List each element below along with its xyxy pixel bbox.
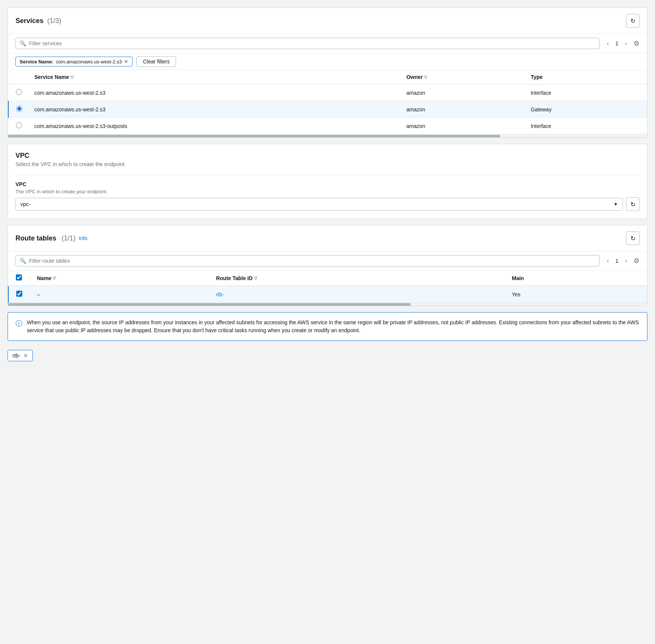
search-icon: 🔍 <box>20 40 26 46</box>
service-name-filter-icon[interactable]: ▽ <box>71 75 74 79</box>
vpc-panel: VPC Select the VPC in which to create th… <box>8 144 647 219</box>
route-tables-search-row: 🔍 ‹ 1 › ⚙ <box>8 251 647 271</box>
services-row2-type: Gateway <box>523 101 647 118</box>
vpc-select-wrap: vpc- ▼ ↻ <box>15 197 640 211</box>
service-name-filter-tag: Service Name: com.amazonaws.us-west-2.s3… <box>15 57 133 66</box>
services-row3-radio-cell[interactable] <box>8 118 27 134</box>
route-tables-panel: Route tables (1/1) Info ↻ 🔍 ‹ 1 › ⚙ <box>8 225 647 306</box>
main-col-label: Main <box>512 275 524 281</box>
route-tables-title-area: Route tables (1/1) Info <box>15 234 87 242</box>
route-tables-table: Name ▽ Route Table ID ▽ Main <box>8 271 647 303</box>
owner-filter-icon[interactable]: ▽ <box>424 75 427 79</box>
services-row2-owner: amazon <box>399 101 523 118</box>
chevron-down-icon: ▼ <box>613 202 618 207</box>
route-tables-scrollbar-row <box>8 303 647 306</box>
route-tables-prev-page-button[interactable]: ‹ <box>602 256 613 266</box>
services-col-service-name: Service Name ▽ <box>27 70 399 84</box>
services-table: Service Name ▽ Owner ▽ Type <box>8 70 647 134</box>
services-row1-type: Interface <box>523 84 647 101</box>
services-row3-type: Interface <box>523 118 647 134</box>
services-table-header-row: Service Name ▽ Owner ▽ Type <box>8 70 647 84</box>
refresh-icon: ↻ <box>630 17 635 25</box>
name-col-label: Name <box>37 275 51 281</box>
services-scrollbar-thumb[interactable] <box>8 135 500 137</box>
type-col-label: Type <box>531 74 543 80</box>
info-box-text: When you use an endpoint, the source IP … <box>27 319 640 334</box>
vpc-refresh-button[interactable]: ↻ <box>626 197 640 211</box>
chevron-right-icon: › <box>625 40 627 47</box>
services-panel-header: Services (1/3) ↻ <box>8 8 647 34</box>
route-tables-info-link[interactable]: Info <box>79 235 87 241</box>
route-tables-row1-checkbox-cell[interactable] <box>8 286 29 303</box>
services-prev-page-button[interactable]: ‹ <box>602 38 613 49</box>
route-tables-title: Route tables <box>15 234 56 242</box>
info-box: ⓘ When you use an endpoint, the source I… <box>8 312 647 341</box>
services-row2-radio[interactable] <box>16 106 22 112</box>
route-tables-page-number: 1 <box>615 258 618 264</box>
services-scrollbar-row <box>8 134 647 137</box>
filter-tag-close-button[interactable]: ✕ <box>124 59 128 65</box>
services-col-radio <box>8 70 27 84</box>
table-row[interactable]: – rtb- Yes <box>8 286 647 303</box>
filter-tag-label: Service Name: <box>20 59 54 65</box>
services-refresh-button[interactable]: ↻ <box>626 14 640 28</box>
services-row2-radio-cell[interactable] <box>8 101 27 118</box>
route-table-id-filter-icon[interactable]: ▽ <box>254 276 257 280</box>
services-row3-owner: amazon <box>399 118 523 134</box>
services-panel: Services (1/3) ↻ 🔍 ‹ 1 › ⚙ Service Name:… <box>8 8 647 138</box>
route-tables-row1-id: rtb- <box>209 286 504 303</box>
bottom-tag-value: rtb- <box>12 353 20 359</box>
table-row[interactable]: com.amazonaws.us-west-2.s3-outposts amaz… <box>8 118 647 134</box>
route-tables-row1-checkbox[interactable] <box>16 291 22 297</box>
route-tables-pagination: ‹ 1 › ⚙ <box>602 256 640 266</box>
route-tables-search-input[interactable] <box>29 258 595 264</box>
services-search-input-wrap[interactable]: 🔍 <box>15 38 599 49</box>
route-tables-col-main: Main <box>504 271 647 286</box>
services-row1-radio-cell[interactable] <box>8 84 27 101</box>
owner-col-header: Owner ▽ <box>406 74 428 80</box>
vpc-field-desc: The VPC in which to create your endpoint… <box>15 189 640 194</box>
owner-col-label: Owner <box>406 74 423 80</box>
services-search-row: 🔍 ‹ 1 › ⚙ <box>8 34 647 53</box>
route-tables-col-route-table-id: Route Table ID ▽ <box>209 271 504 286</box>
services-settings-icon[interactable]: ⚙ <box>633 39 640 48</box>
route-tables-header-checkbox[interactable] <box>16 274 22 280</box>
services-row1-owner: amazon <box>399 84 523 101</box>
route-tables-refresh-button[interactable]: ↻ <box>626 231 640 245</box>
vpc-select[interactable]: vpc- ▼ <box>15 198 623 211</box>
services-search-input[interactable] <box>29 40 595 46</box>
route-tables-col-name: Name ▽ <box>29 271 209 286</box>
vpc-section: VPC Select the VPC in which to create th… <box>8 144 647 219</box>
route-tables-tbody: – rtb- Yes <box>8 286 647 303</box>
route-tables-next-page-button[interactable]: › <box>621 256 631 266</box>
table-row[interactable]: com.amazonaws.us-west-2.s3 amazon Gatewa… <box>8 101 647 118</box>
route-table-id-link[interactable]: rtb- <box>216 291 224 297</box>
route-tables-settings-icon[interactable]: ⚙ <box>633 257 640 265</box>
services-row1-service-name: com.amazonaws.us-west-2.s3 <box>27 84 399 101</box>
services-filter-row: Service Name: com.amazonaws.us-west-2.s3… <box>8 53 647 70</box>
route-tables-search-input-wrap[interactable]: 🔍 <box>15 255 599 267</box>
table-row[interactable]: com.amazonaws.us-west-2.s3 amazon Interf… <box>8 84 647 101</box>
route-tables-row1-main: Yes <box>504 286 647 303</box>
route-tables-scrollbar-thumb[interactable] <box>8 303 411 306</box>
services-next-page-button[interactable]: › <box>621 38 631 49</box>
name-col-header: Name ▽ <box>37 275 56 281</box>
services-pagination: ‹ 1 › ⚙ <box>602 38 640 49</box>
route-table-id-col-header: Route Table ID ▽ <box>216 275 257 281</box>
name-filter-icon[interactable]: ▽ <box>53 276 56 280</box>
bottom-tag-close-button[interactable]: ✕ <box>23 353 28 359</box>
route-tables-row1-name: – <box>29 286 209 303</box>
services-col-type: Type <box>523 70 647 84</box>
services-row1-radio[interactable] <box>16 89 22 95</box>
search-icon: 🔍 <box>20 258 26 264</box>
services-table-wrap: Service Name ▽ Owner ▽ Type <box>8 70 647 137</box>
route-tables-panel-header: Route tables (1/1) Info ↻ <box>8 225 647 251</box>
chevron-right-icon: › <box>625 257 627 264</box>
services-row3-radio[interactable] <box>16 122 22 128</box>
vpc-field-label: VPC <box>15 181 640 187</box>
service-name-col-label: Service Name <box>34 74 69 80</box>
clear-filters-button[interactable]: Clear filters <box>136 56 176 67</box>
route-tables-count: (1/1) <box>62 234 76 242</box>
chevron-left-icon: ‹ <box>607 257 609 264</box>
route-tables-table-wrap: Name ▽ Route Table ID ▽ Main <box>8 271 647 306</box>
